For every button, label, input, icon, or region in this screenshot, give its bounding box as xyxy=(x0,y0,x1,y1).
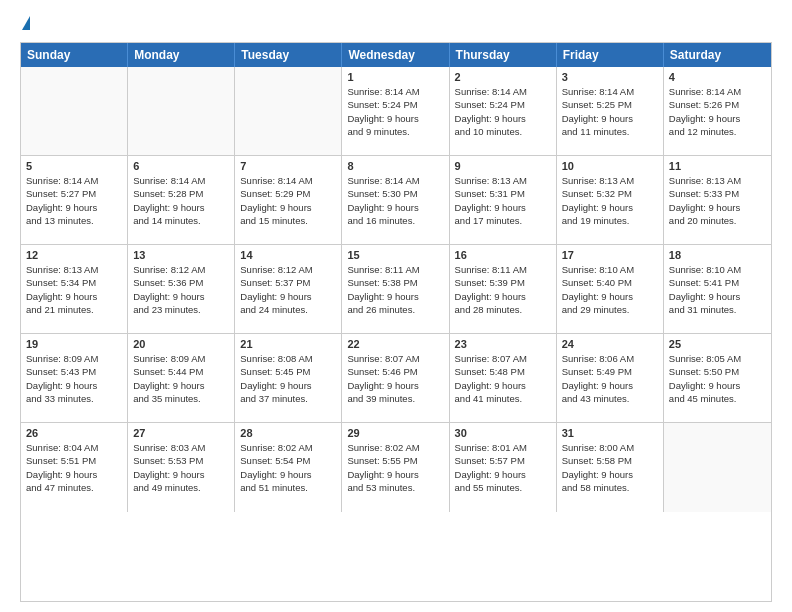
day-number: 30 xyxy=(455,427,551,439)
calendar-cell-1: 1Sunrise: 8:14 AM Sunset: 5:24 PM Daylig… xyxy=(342,67,449,155)
day-number: 14 xyxy=(240,249,336,261)
day-info: Sunrise: 8:12 AM Sunset: 5:36 PM Dayligh… xyxy=(133,263,229,316)
day-info: Sunrise: 8:09 AM Sunset: 5:44 PM Dayligh… xyxy=(133,352,229,405)
calendar-cell-13: 13Sunrise: 8:12 AM Sunset: 5:36 PM Dayli… xyxy=(128,245,235,333)
calendar-body: 1Sunrise: 8:14 AM Sunset: 5:24 PM Daylig… xyxy=(21,67,771,512)
header-day-sunday: Sunday xyxy=(21,43,128,67)
day-number: 26 xyxy=(26,427,122,439)
day-number: 12 xyxy=(26,249,122,261)
calendar-cell-28: 28Sunrise: 8:02 AM Sunset: 5:54 PM Dayli… xyxy=(235,423,342,512)
day-info: Sunrise: 8:12 AM Sunset: 5:37 PM Dayligh… xyxy=(240,263,336,316)
day-number: 5 xyxy=(26,160,122,172)
day-info: Sunrise: 8:04 AM Sunset: 5:51 PM Dayligh… xyxy=(26,441,122,494)
calendar-cell-16: 16Sunrise: 8:11 AM Sunset: 5:39 PM Dayli… xyxy=(450,245,557,333)
day-number: 7 xyxy=(240,160,336,172)
day-info: Sunrise: 8:10 AM Sunset: 5:40 PM Dayligh… xyxy=(562,263,658,316)
calendar-cell-26: 26Sunrise: 8:04 AM Sunset: 5:51 PM Dayli… xyxy=(21,423,128,512)
day-info: Sunrise: 8:07 AM Sunset: 5:48 PM Dayligh… xyxy=(455,352,551,405)
day-info: Sunrise: 8:07 AM Sunset: 5:46 PM Dayligh… xyxy=(347,352,443,405)
day-info: Sunrise: 8:13 AM Sunset: 5:33 PM Dayligh… xyxy=(669,174,766,227)
day-info: Sunrise: 8:08 AM Sunset: 5:45 PM Dayligh… xyxy=(240,352,336,405)
day-number: 1 xyxy=(347,71,443,83)
day-info: Sunrise: 8:13 AM Sunset: 5:34 PM Dayligh… xyxy=(26,263,122,316)
calendar-cell-21: 21Sunrise: 8:08 AM Sunset: 5:45 PM Dayli… xyxy=(235,334,342,422)
day-info: Sunrise: 8:14 AM Sunset: 5:29 PM Dayligh… xyxy=(240,174,336,227)
day-info: Sunrise: 8:09 AM Sunset: 5:43 PM Dayligh… xyxy=(26,352,122,405)
calendar: SundayMondayTuesdayWednesdayThursdayFrid… xyxy=(20,42,772,602)
calendar-cell-29: 29Sunrise: 8:02 AM Sunset: 5:55 PM Dayli… xyxy=(342,423,449,512)
calendar-cell-5: 5Sunrise: 8:14 AM Sunset: 5:27 PM Daylig… xyxy=(21,156,128,244)
calendar-cell-14: 14Sunrise: 8:12 AM Sunset: 5:37 PM Dayli… xyxy=(235,245,342,333)
day-number: 16 xyxy=(455,249,551,261)
calendar-cell-17: 17Sunrise: 8:10 AM Sunset: 5:40 PM Dayli… xyxy=(557,245,664,333)
calendar-cell-20: 20Sunrise: 8:09 AM Sunset: 5:44 PM Dayli… xyxy=(128,334,235,422)
calendar-cell-10: 10Sunrise: 8:13 AM Sunset: 5:32 PM Dayli… xyxy=(557,156,664,244)
calendar-cell-2: 2Sunrise: 8:14 AM Sunset: 5:24 PM Daylig… xyxy=(450,67,557,155)
calendar-cell-15: 15Sunrise: 8:11 AM Sunset: 5:38 PM Dayli… xyxy=(342,245,449,333)
calendar-cell-12: 12Sunrise: 8:13 AM Sunset: 5:34 PM Dayli… xyxy=(21,245,128,333)
calendar-week-4: 19Sunrise: 8:09 AM Sunset: 5:43 PM Dayli… xyxy=(21,334,771,423)
day-number: 20 xyxy=(133,338,229,350)
day-info: Sunrise: 8:03 AM Sunset: 5:53 PM Dayligh… xyxy=(133,441,229,494)
calendar-cell-11: 11Sunrise: 8:13 AM Sunset: 5:33 PM Dayli… xyxy=(664,156,771,244)
day-number: 8 xyxy=(347,160,443,172)
calendar-cell-19: 19Sunrise: 8:09 AM Sunset: 5:43 PM Dayli… xyxy=(21,334,128,422)
header-day-thursday: Thursday xyxy=(450,43,557,67)
calendar-week-3: 12Sunrise: 8:13 AM Sunset: 5:34 PM Dayli… xyxy=(21,245,771,334)
day-info: Sunrise: 8:10 AM Sunset: 5:41 PM Dayligh… xyxy=(669,263,766,316)
calendar-cell-31: 31Sunrise: 8:00 AM Sunset: 5:58 PM Dayli… xyxy=(557,423,664,512)
day-number: 31 xyxy=(562,427,658,439)
calendar-cell-23: 23Sunrise: 8:07 AM Sunset: 5:48 PM Dayli… xyxy=(450,334,557,422)
calendar-week-2: 5Sunrise: 8:14 AM Sunset: 5:27 PM Daylig… xyxy=(21,156,771,245)
day-number: 2 xyxy=(455,71,551,83)
day-number: 18 xyxy=(669,249,766,261)
day-info: Sunrise: 8:05 AM Sunset: 5:50 PM Dayligh… xyxy=(669,352,766,405)
day-info: Sunrise: 8:06 AM Sunset: 5:49 PM Dayligh… xyxy=(562,352,658,405)
header-day-wednesday: Wednesday xyxy=(342,43,449,67)
day-number: 17 xyxy=(562,249,658,261)
day-number: 28 xyxy=(240,427,336,439)
day-number: 19 xyxy=(26,338,122,350)
calendar-header: SundayMondayTuesdayWednesdayThursdayFrid… xyxy=(21,43,771,67)
day-info: Sunrise: 8:02 AM Sunset: 5:55 PM Dayligh… xyxy=(347,441,443,494)
calendar-cell-6: 6Sunrise: 8:14 AM Sunset: 5:28 PM Daylig… xyxy=(128,156,235,244)
day-number: 25 xyxy=(669,338,766,350)
day-number: 24 xyxy=(562,338,658,350)
day-info: Sunrise: 8:14 AM Sunset: 5:24 PM Dayligh… xyxy=(455,85,551,138)
day-info: Sunrise: 8:14 AM Sunset: 5:26 PM Dayligh… xyxy=(669,85,766,138)
day-number: 21 xyxy=(240,338,336,350)
calendar-cell-18: 18Sunrise: 8:10 AM Sunset: 5:41 PM Dayli… xyxy=(664,245,771,333)
calendar-cell-3: 3Sunrise: 8:14 AM Sunset: 5:25 PM Daylig… xyxy=(557,67,664,155)
day-info: Sunrise: 8:11 AM Sunset: 5:39 PM Dayligh… xyxy=(455,263,551,316)
day-number: 13 xyxy=(133,249,229,261)
calendar-week-1: 1Sunrise: 8:14 AM Sunset: 5:24 PM Daylig… xyxy=(21,67,771,156)
day-info: Sunrise: 8:13 AM Sunset: 5:32 PM Dayligh… xyxy=(562,174,658,227)
day-number: 9 xyxy=(455,160,551,172)
header-day-monday: Monday xyxy=(128,43,235,67)
day-number: 6 xyxy=(133,160,229,172)
day-info: Sunrise: 8:14 AM Sunset: 5:24 PM Dayligh… xyxy=(347,85,443,138)
calendar-cell-27: 27Sunrise: 8:03 AM Sunset: 5:53 PM Dayli… xyxy=(128,423,235,512)
calendar-cell-22: 22Sunrise: 8:07 AM Sunset: 5:46 PM Dayli… xyxy=(342,334,449,422)
day-number: 15 xyxy=(347,249,443,261)
day-number: 22 xyxy=(347,338,443,350)
day-number: 27 xyxy=(133,427,229,439)
page: SundayMondayTuesdayWednesdayThursdayFrid… xyxy=(0,0,792,612)
header-day-friday: Friday xyxy=(557,43,664,67)
day-info: Sunrise: 8:14 AM Sunset: 5:30 PM Dayligh… xyxy=(347,174,443,227)
calendar-cell-7: 7Sunrise: 8:14 AM Sunset: 5:29 PM Daylig… xyxy=(235,156,342,244)
day-number: 10 xyxy=(562,160,658,172)
calendar-cell-24: 24Sunrise: 8:06 AM Sunset: 5:49 PM Dayli… xyxy=(557,334,664,422)
calendar-cell-empty-w4-d6 xyxy=(664,423,771,512)
header-day-tuesday: Tuesday xyxy=(235,43,342,67)
day-info: Sunrise: 8:14 AM Sunset: 5:27 PM Dayligh… xyxy=(26,174,122,227)
calendar-cell-25: 25Sunrise: 8:05 AM Sunset: 5:50 PM Dayli… xyxy=(664,334,771,422)
day-info: Sunrise: 8:01 AM Sunset: 5:57 PM Dayligh… xyxy=(455,441,551,494)
day-number: 4 xyxy=(669,71,766,83)
day-number: 23 xyxy=(455,338,551,350)
logo xyxy=(20,16,30,32)
logo-triangle-icon xyxy=(22,16,30,30)
day-info: Sunrise: 8:14 AM Sunset: 5:25 PM Dayligh… xyxy=(562,85,658,138)
calendar-cell-8: 8Sunrise: 8:14 AM Sunset: 5:30 PM Daylig… xyxy=(342,156,449,244)
day-info: Sunrise: 8:02 AM Sunset: 5:54 PM Dayligh… xyxy=(240,441,336,494)
